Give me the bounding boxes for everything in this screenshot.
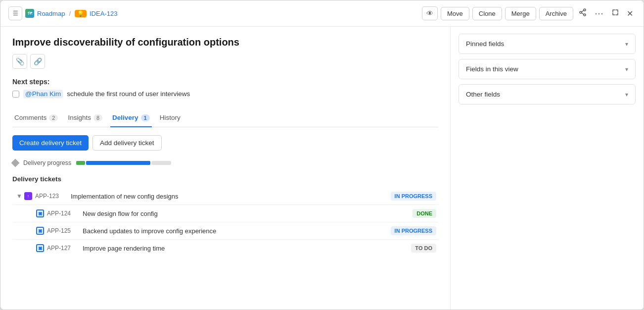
next-step-item: @Phan Kim schedule the first round of us… (12, 90, 438, 98)
action-buttons: Create delivery ticket Add delivery tick… (12, 135, 438, 151)
ticket-icon-blue: ▣ (36, 209, 44, 217)
ticket-id[interactable]: APP-123 (35, 193, 65, 200)
ticket-row: ▼ ↑ APP-123 Implementation of new config… (12, 188, 438, 205)
pinned-fields-chevron: ▾ (625, 41, 628, 48)
attach-button[interactable]: 📎 (12, 54, 27, 69)
roadmap-icon: 🗺 (25, 9, 34, 18)
idea-badge: 💡 (75, 10, 87, 17)
ticket-icon-purple: ↑ (24, 192, 32, 200)
sidebar-toggle-button[interactable]: ☰ (8, 6, 22, 20)
toolbar-icons: 📎 🔗 (12, 54, 438, 69)
status-badge: TO DO (411, 244, 436, 253)
ticket-title: Backend updates to improve config experi… (83, 227, 391, 235)
breadcrumb-separator: / (69, 10, 71, 17)
clone-button[interactable]: Clone (472, 7, 502, 20)
breadcrumb-idea-id[interactable]: IDEA-123 (90, 10, 117, 17)
ticket-title: Improve page rendering time (83, 245, 411, 252)
close-button[interactable]: ✕ (624, 6, 636, 21)
next-steps-section: Next steps: @Phan Kim schedule the first… (12, 78, 438, 98)
pinned-fields-label: Pinned fields (466, 40, 504, 48)
page-title: Improve discoverability of configuration… (12, 37, 438, 48)
breadcrumb-roadmap[interactable]: Roadmap (37, 10, 65, 17)
header: ☰ 🗺 Roadmap / 💡 IDEA-123 👁 Move Clone Me… (0, 0, 644, 27)
svg-point-1 (580, 11, 582, 13)
svg-line-3 (582, 10, 584, 12)
fields-in-view-chevron: ▾ (625, 66, 628, 73)
content-area: Improve discoverability of configuration… (0, 27, 644, 310)
ticket-icon-blue: ▣ (36, 227, 44, 235)
other-fields-section: Other fields ▾ (459, 84, 636, 104)
status-badge: IN PROGRESS (391, 192, 436, 201)
ticket-title: Implementation of new config designs (71, 193, 391, 200)
status-badge: DONE (413, 209, 436, 218)
other-fields-header[interactable]: Other fields ▾ (459, 85, 635, 104)
ticket-id[interactable]: APP-124 (47, 210, 77, 217)
fields-in-view-section: Fields in this view ▾ (459, 59, 636, 79)
delivery-tickets-section: Delivery tickets ▼ ↑ APP-123 Implementat… (12, 175, 438, 257)
progress-label: Delivery progress (23, 159, 71, 166)
ticket-title: New design flow for config (83, 210, 413, 217)
status-badge: IN PROGRESS (391, 226, 436, 235)
progress-blue (86, 161, 150, 165)
svg-point-2 (584, 14, 586, 16)
expand-button[interactable] (609, 6, 621, 20)
create-delivery-ticket-button[interactable]: Create delivery ticket (12, 135, 89, 151)
tab-history[interactable]: History (158, 110, 183, 127)
main-panel: Improve discoverability of configuration… (0, 27, 451, 310)
ticket-row: ▣ APP-127 Improve page rendering time TO… (12, 240, 438, 257)
share-button[interactable] (576, 6, 589, 21)
delivery-tickets-title: Delivery tickets (12, 175, 438, 183)
tab-delivery[interactable]: Delivery 1 (110, 110, 152, 127)
add-delivery-ticket-button[interactable]: Add delivery ticket (92, 135, 162, 151)
tab-comments[interactable]: Comments 2 (12, 110, 60, 127)
ticket-icon-blue: ▣ (36, 244, 44, 252)
fields-in-view-header[interactable]: Fields in this view ▾ (459, 59, 635, 79)
link-button[interactable]: 🔗 (30, 54, 45, 69)
fields-in-view-label: Fields in this view (466, 65, 518, 73)
other-fields-label: Other fields (466, 91, 500, 98)
progress-bar (76, 161, 171, 165)
ticket-row: ▣ APP-124 New design flow for config DON… (12, 205, 438, 222)
pinned-fields-section: Pinned fields ▾ (459, 34, 636, 54)
step-text: schedule the first round of user intervi… (67, 90, 190, 98)
next-steps-label: Next steps: (12, 78, 438, 86)
header-actions: 👁 Move Clone Merge Archive ⋯ ✕ (422, 5, 636, 21)
delivery-progress: Delivery progress (12, 159, 438, 166)
move-button[interactable]: Move (441, 7, 469, 20)
progress-gray (151, 161, 171, 165)
ticket-row: ▣ APP-125 Backend updates to improve con… (12, 222, 438, 240)
other-fields-chevron: ▾ (625, 91, 628, 98)
ticket-id[interactable]: APP-125 (47, 227, 77, 234)
svg-point-0 (584, 9, 586, 11)
merge-button[interactable]: Merge (505, 7, 536, 20)
svg-line-4 (582, 13, 584, 14)
step-checkbox[interactable] (12, 91, 19, 98)
ticket-expand-button[interactable]: ▼ (14, 193, 24, 200)
tabs-bar: Comments 2 Insights 8 Delivery 1 History (12, 110, 438, 127)
mention-tag[interactable]: @Phan Kim (23, 90, 63, 98)
progress-green (76, 161, 85, 165)
pinned-fields-header[interactable]: Pinned fields ▾ (459, 34, 635, 53)
archive-button[interactable]: Archive (539, 7, 573, 20)
side-panel: Pinned fields ▾ Fields in this view ▾ Ot… (451, 27, 644, 310)
more-options-button[interactable]: ⋯ (592, 5, 606, 21)
breadcrumb: ☰ 🗺 Roadmap / 💡 IDEA-123 (8, 6, 117, 20)
progress-diamond-icon (11, 159, 20, 167)
ticket-id[interactable]: APP-127 (47, 245, 77, 252)
tab-insights[interactable]: Insights 8 (66, 110, 104, 127)
watch-button[interactable]: 👁 (422, 6, 438, 20)
